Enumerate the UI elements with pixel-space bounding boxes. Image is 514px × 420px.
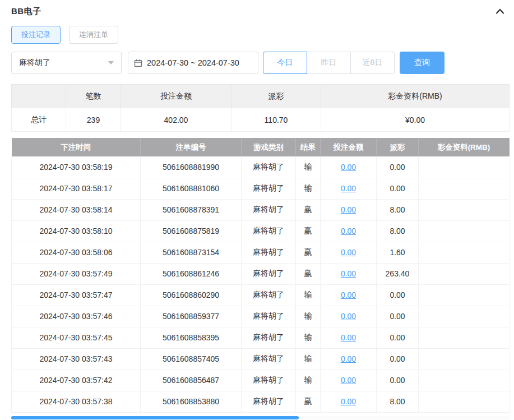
summary-header-row: 笔数 投注金额 派彩 彩金资料(RMB) xyxy=(12,85,510,108)
cell-bet-time: 2024-07-30 03:57:38 xyxy=(12,391,141,412)
record-row: 2024-07-30 03:57:38 5061608853880 麻将胡了 赢… xyxy=(12,391,510,412)
cell-game-type: 麻将胡了 xyxy=(242,348,296,370)
cell-bonus xyxy=(419,199,510,220)
cell-bet-amount: 0.00 xyxy=(321,348,377,370)
cell-order-id: 5061608856487 xyxy=(141,370,242,391)
cell-order-id: 5061608861246 xyxy=(141,263,242,284)
quick-today-button[interactable]: 今日 xyxy=(263,52,307,74)
cell-bet-time: 2024-07-30 03:57:49 xyxy=(12,263,141,284)
record-row: 2024-07-30 03:57:43 5061608857405 麻将胡了 输… xyxy=(12,348,510,370)
date-range-picker[interactable]: 2024-07-30 ~ 2024-07-30 xyxy=(128,52,258,74)
col-header-bet-time: 下注时间 xyxy=(12,138,141,156)
cell-bet-amount: 0.00 xyxy=(321,199,377,220)
cell-bonus xyxy=(419,263,510,284)
bet-amount-link[interactable]: 0.00 xyxy=(341,312,356,321)
summary-header-payout: 派彩 xyxy=(231,85,321,108)
record-row: 2024-07-30 03:58:17 5061608881060 麻将胡了 输… xyxy=(12,178,510,199)
summary-total-label: 总计 xyxy=(12,108,66,132)
cell-order-id: 5061608875819 xyxy=(141,220,242,242)
filter-bar: 麻将胡了 2024-07-30 ~ 2024-07-30 今日 昨日 近8日 查… xyxy=(11,52,510,74)
bet-amount-link[interactable]: 0.00 xyxy=(341,248,356,257)
cell-result: 赢 xyxy=(296,263,321,284)
cell-result: 赢 xyxy=(296,220,321,242)
cell-result: 赢 xyxy=(296,199,321,220)
col-header-result: 结果 xyxy=(296,138,321,156)
cell-game-type: 麻将胡了 xyxy=(242,199,296,220)
cell-bet-amount: 0.00 xyxy=(321,306,377,327)
cell-bet-amount: 0.00 xyxy=(321,220,377,242)
cell-payout: 263.40 xyxy=(377,263,419,284)
cell-payout: 8.00 xyxy=(377,391,419,412)
cell-order-id: 5061608860290 xyxy=(141,284,242,306)
cell-payout: 0.00 xyxy=(377,370,419,391)
quick-8days-button[interactable]: 近8日 xyxy=(350,52,395,74)
cell-order-id: 5061608858395 xyxy=(141,327,242,348)
chevron-down-icon xyxy=(108,61,114,64)
cell-order-id: 5061608878391 xyxy=(141,199,242,220)
record-row: 2024-07-30 03:57:46 5061608859377 麻将胡了 输… xyxy=(12,306,510,327)
panel-header: BB电子 xyxy=(11,0,510,18)
col-header-payout: 派彩 xyxy=(377,138,419,156)
bet-amount-link[interactable]: 0.00 xyxy=(341,269,356,278)
cell-result: 赢 xyxy=(296,242,321,263)
bet-amount-link[interactable]: 0.00 xyxy=(341,333,356,342)
quick-yesterday-button[interactable]: 昨日 xyxy=(307,52,351,74)
cell-result: 输 xyxy=(296,178,321,199)
summary-header-blank xyxy=(12,85,66,108)
cell-game-type: 麻将胡了 xyxy=(242,220,296,242)
col-header-bonus: 彩金资料(RMB) xyxy=(419,138,510,156)
cell-game-type: 麻将胡了 xyxy=(242,306,296,327)
page-title: BB电子 xyxy=(11,6,41,17)
cell-bet-time: 2024-07-30 03:58:06 xyxy=(12,242,141,263)
bet-amount-link[interactable]: 0.00 xyxy=(341,227,356,236)
cell-bet-amount: 0.00 xyxy=(321,370,377,391)
cell-bet-amount: 0.00 xyxy=(321,263,377,284)
cell-bet-time: 2024-07-30 03:58:10 xyxy=(12,220,141,242)
cell-payout: 8.00 xyxy=(377,199,419,220)
cell-game-type: 麻将胡了 xyxy=(242,178,296,199)
cell-bet-amount: 0.00 xyxy=(321,391,377,412)
bet-amount-link[interactable]: 0.00 xyxy=(341,184,356,193)
horizontal-scrollbar[interactable] xyxy=(11,416,510,419)
cell-bet-amount: 0.00 xyxy=(321,178,377,199)
collapse-chevron-up-icon[interactable] xyxy=(495,7,505,15)
cell-payout: 0.00 xyxy=(377,348,419,370)
horizontal-scrollbar-thumb[interactable] xyxy=(11,416,299,419)
cell-bet-time: 2024-07-30 03:57:42 xyxy=(12,370,141,391)
summary-total-payout: 110.70 xyxy=(231,108,321,132)
summary-header-bet-amount: 投注金额 xyxy=(121,85,231,108)
bet-amount-link[interactable]: 0.00 xyxy=(341,163,356,172)
cell-bonus xyxy=(419,327,510,348)
summary-total-row: 总计 239 402.00 110.70 ¥0.00 xyxy=(12,108,510,132)
cell-game-type: 麻将胡了 xyxy=(242,370,296,391)
summary-total-count: 239 xyxy=(66,108,121,132)
cell-order-id: 5061608857405 xyxy=(141,348,242,370)
cell-payout: 0.00 xyxy=(377,327,419,348)
cell-result: 输 xyxy=(296,306,321,327)
cell-result: 输 xyxy=(296,156,321,178)
record-row: 2024-07-30 03:58:06 5061608873154 麻将胡了 赢… xyxy=(12,242,510,263)
record-row: 2024-07-30 03:57:42 5061608856487 麻将胡了 输… xyxy=(12,370,510,391)
cell-game-type: 麻将胡了 xyxy=(242,327,296,348)
game-select-value: 麻将胡了 xyxy=(19,58,50,68)
tab-cancelled-orders[interactable]: 连消注单 xyxy=(69,26,118,44)
bet-amount-link[interactable]: 0.00 xyxy=(341,205,356,214)
cell-payout: 0.00 xyxy=(377,306,419,327)
cell-payout: 0.00 xyxy=(377,178,419,199)
cell-game-type: 麻将胡了 xyxy=(242,242,296,263)
cell-bonus xyxy=(419,306,510,327)
bet-amount-link[interactable]: 0.00 xyxy=(341,354,356,363)
tab-bet-records[interactable]: 投注记录 xyxy=(11,26,61,44)
record-row: 2024-07-30 03:58:10 5061608875819 麻将胡了 赢… xyxy=(12,220,510,242)
bet-amount-link[interactable]: 0.00 xyxy=(341,290,356,299)
record-tabs: 投注记录 连消注单 xyxy=(11,26,510,44)
records-body: 2024-07-30 03:58:19 5061608881990 麻将胡了 输… xyxy=(12,156,510,412)
search-button[interactable]: 查询 xyxy=(400,52,444,74)
game-select[interactable]: 麻将胡了 xyxy=(11,52,122,74)
bet-amount-link[interactable]: 0.00 xyxy=(341,376,356,385)
col-header-game-type: 游戏类别 xyxy=(242,138,296,156)
records-table: 下注时间 注单编号 游戏类别 结果 投注金额 派彩 彩金资料(RMB) 2024… xyxy=(11,138,510,413)
bet-amount-link[interactable]: 0.00 xyxy=(341,397,356,406)
records-header-row: 下注时间 注单编号 游戏类别 结果 投注金额 派彩 彩金资料(RMB) xyxy=(12,138,510,156)
cell-bet-time: 2024-07-30 03:57:45 xyxy=(12,327,141,348)
